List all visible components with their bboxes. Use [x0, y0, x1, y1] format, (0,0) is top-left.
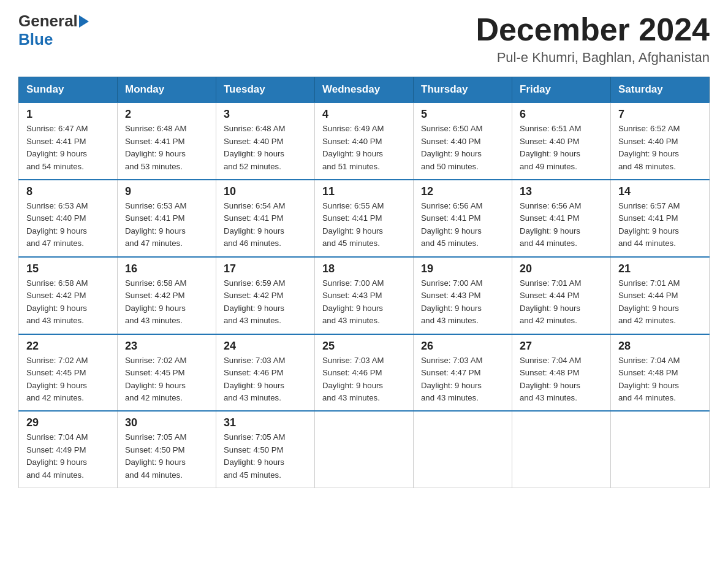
- calendar-day-cell: 3Sunrise: 6:48 AMSunset: 4:40 PMDaylight…: [216, 102, 315, 180]
- calendar-day-cell: 31Sunrise: 7:05 AMSunset: 4:50 PMDayligh…: [216, 411, 315, 488]
- calendar-day-cell: 21Sunrise: 7:01 AMSunset: 4:44 PMDayligh…: [611, 257, 710, 334]
- day-info: Sunrise: 6:54 AMSunset: 4:41 PMDaylight:…: [224, 200, 307, 250]
- day-info: Sunrise: 6:48 AMSunset: 4:40 PMDaylight:…: [224, 123, 307, 173]
- calendar-day-cell: 14Sunrise: 6:57 AMSunset: 4:41 PMDayligh…: [611, 180, 710, 257]
- day-info: Sunrise: 6:49 AMSunset: 4:40 PMDaylight:…: [322, 123, 406, 173]
- day-number: 11: [322, 185, 406, 198]
- day-info: Sunrise: 7:01 AMSunset: 4:44 PMDaylight:…: [618, 277, 702, 327]
- logo-triangle-icon: [79, 15, 89, 28]
- day-number: 25: [322, 340, 406, 353]
- calendar-day-cell: 24Sunrise: 7:03 AMSunset: 4:46 PMDayligh…: [216, 334, 315, 412]
- calendar-day-cell: 13Sunrise: 6:56 AMSunset: 4:41 PMDayligh…: [512, 180, 611, 257]
- day-info: Sunrise: 7:02 AMSunset: 4:45 PMDaylight:…: [26, 354, 110, 405]
- day-number: 6: [520, 108, 603, 121]
- day-info: Sunrise: 6:57 AMSunset: 4:41 PMDaylight:…: [618, 200, 702, 250]
- day-info: Sunrise: 6:58 AMSunset: 4:42 PMDaylight:…: [125, 277, 208, 327]
- day-info: Sunrise: 6:52 AMSunset: 4:40 PMDaylight:…: [618, 123, 702, 173]
- day-info: Sunrise: 7:05 AMSunset: 4:50 PMDaylight:…: [224, 431, 307, 481]
- day-number: 17: [224, 262, 307, 275]
- day-number: 30: [125, 416, 208, 429]
- day-info: Sunrise: 7:03 AMSunset: 4:46 PMDaylight:…: [322, 354, 406, 405]
- calendar-day-cell: 19Sunrise: 7:00 AMSunset: 4:43 PMDayligh…: [414, 257, 512, 334]
- weekday-header-row: Sunday Monday Tuesday Wednesday Thursday…: [19, 77, 710, 103]
- calendar-day-cell: [611, 411, 710, 488]
- header-monday: Monday: [118, 77, 216, 103]
- calendar-week-row: 1Sunrise: 6:47 AMSunset: 4:41 PMDaylight…: [19, 102, 710, 180]
- day-info: Sunrise: 6:53 AMSunset: 4:40 PMDaylight:…: [26, 200, 110, 250]
- calendar-day-cell: 8Sunrise: 6:53 AMSunset: 4:40 PMDaylight…: [19, 180, 118, 257]
- day-info: Sunrise: 6:50 AMSunset: 4:40 PMDaylight:…: [421, 123, 504, 173]
- day-info: Sunrise: 6:56 AMSunset: 4:41 PMDaylight:…: [520, 200, 603, 250]
- calendar-table: Sunday Monday Tuesday Wednesday Thursday…: [18, 77, 710, 488]
- day-number: 8: [26, 185, 110, 198]
- day-number: 9: [125, 185, 208, 198]
- day-number: 16: [125, 262, 208, 275]
- day-info: Sunrise: 6:51 AMSunset: 4:40 PMDaylight:…: [520, 123, 603, 173]
- calendar-day-cell: 17Sunrise: 6:59 AMSunset: 4:42 PMDayligh…: [216, 257, 315, 334]
- calendar-day-cell: 25Sunrise: 7:03 AMSunset: 4:46 PMDayligh…: [315, 334, 414, 412]
- day-info: Sunrise: 7:03 AMSunset: 4:46 PMDaylight:…: [224, 354, 307, 405]
- day-number: 15: [26, 262, 110, 275]
- calendar-day-cell: 2Sunrise: 6:48 AMSunset: 4:41 PMDaylight…: [118, 102, 216, 180]
- day-number: 5: [421, 108, 504, 121]
- header-saturday: Saturday: [611, 77, 710, 103]
- calendar-day-cell: 12Sunrise: 6:56 AMSunset: 4:41 PMDayligh…: [414, 180, 512, 257]
- day-number: 7: [618, 108, 702, 121]
- calendar-day-cell: 16Sunrise: 6:58 AMSunset: 4:42 PMDayligh…: [118, 257, 216, 334]
- day-number: 23: [125, 340, 208, 353]
- calendar-day-cell: [315, 411, 414, 488]
- calendar-day-cell: 11Sunrise: 6:55 AMSunset: 4:41 PMDayligh…: [315, 180, 414, 257]
- calendar-day-cell: 20Sunrise: 7:01 AMSunset: 4:44 PMDayligh…: [512, 257, 611, 334]
- calendar-day-cell: [414, 411, 512, 488]
- day-number: 19: [421, 262, 504, 275]
- page-header: General Blue December 2024 Pul-e Khumri,…: [18, 12, 710, 66]
- header-sunday: Sunday: [19, 77, 118, 103]
- calendar-day-cell: 4Sunrise: 6:49 AMSunset: 4:40 PMDaylight…: [315, 102, 414, 180]
- calendar-day-cell: 10Sunrise: 6:54 AMSunset: 4:41 PMDayligh…: [216, 180, 315, 257]
- calendar-body: 1Sunrise: 6:47 AMSunset: 4:41 PMDaylight…: [19, 102, 710, 488]
- day-number: 29: [26, 416, 110, 429]
- day-number: 4: [322, 108, 406, 121]
- header-wednesday: Wednesday: [315, 77, 414, 103]
- calendar-day-cell: 23Sunrise: 7:02 AMSunset: 4:45 PMDayligh…: [118, 334, 216, 412]
- calendar-day-cell: [512, 411, 611, 488]
- day-info: Sunrise: 7:04 AMSunset: 4:49 PMDaylight:…: [26, 431, 110, 481]
- day-number: 28: [618, 340, 702, 353]
- day-info: Sunrise: 7:00 AMSunset: 4:43 PMDaylight:…: [421, 277, 504, 327]
- calendar-day-cell: 5Sunrise: 6:50 AMSunset: 4:40 PMDaylight…: [414, 102, 512, 180]
- logo-blue-text: Blue: [18, 30, 89, 49]
- logo-general-text: General: [18, 12, 78, 30]
- location-title: Pul-e Khumri, Baghlan, Afghanistan: [476, 50, 710, 66]
- day-number: 3: [224, 108, 307, 121]
- day-info: Sunrise: 6:48 AMSunset: 4:41 PMDaylight:…: [125, 123, 208, 173]
- calendar-day-cell: 22Sunrise: 7:02 AMSunset: 4:45 PMDayligh…: [19, 334, 118, 412]
- calendar-day-cell: 30Sunrise: 7:05 AMSunset: 4:50 PMDayligh…: [118, 411, 216, 488]
- calendar-week-row: 29Sunrise: 7:04 AMSunset: 4:49 PMDayligh…: [19, 411, 710, 488]
- day-number: 2: [125, 108, 208, 121]
- day-info: Sunrise: 7:03 AMSunset: 4:47 PMDaylight:…: [421, 354, 504, 405]
- title-block: December 2024 Pul-e Khumri, Baghlan, Afg…: [476, 12, 710, 66]
- day-info: Sunrise: 6:47 AMSunset: 4:41 PMDaylight:…: [26, 123, 110, 173]
- calendar-day-cell: 18Sunrise: 7:00 AMSunset: 4:43 PMDayligh…: [315, 257, 414, 334]
- day-number: 13: [520, 185, 603, 198]
- day-number: 14: [618, 185, 702, 198]
- day-number: 18: [322, 262, 406, 275]
- calendar-day-cell: 28Sunrise: 7:04 AMSunset: 4:48 PMDayligh…: [611, 334, 710, 412]
- header-friday: Friday: [512, 77, 611, 103]
- logo: General Blue: [18, 12, 89, 49]
- day-info: Sunrise: 7:02 AMSunset: 4:45 PMDaylight:…: [125, 354, 208, 405]
- day-info: Sunrise: 6:53 AMSunset: 4:41 PMDaylight:…: [125, 200, 208, 250]
- header-thursday: Thursday: [414, 77, 512, 103]
- day-number: 20: [520, 262, 603, 275]
- day-number: 21: [618, 262, 702, 275]
- day-info: Sunrise: 6:55 AMSunset: 4:41 PMDaylight:…: [322, 200, 406, 250]
- header-tuesday: Tuesday: [216, 77, 315, 103]
- calendar-day-cell: 29Sunrise: 7:04 AMSunset: 4:49 PMDayligh…: [19, 411, 118, 488]
- day-info: Sunrise: 7:04 AMSunset: 4:48 PMDaylight:…: [618, 354, 702, 405]
- day-number: 24: [224, 340, 307, 353]
- day-number: 1: [26, 108, 110, 121]
- calendar-day-cell: 1Sunrise: 6:47 AMSunset: 4:41 PMDaylight…: [19, 102, 118, 180]
- day-info: Sunrise: 7:01 AMSunset: 4:44 PMDaylight:…: [520, 277, 603, 327]
- day-number: 10: [224, 185, 307, 198]
- calendar-day-cell: 6Sunrise: 6:51 AMSunset: 4:40 PMDaylight…: [512, 102, 611, 180]
